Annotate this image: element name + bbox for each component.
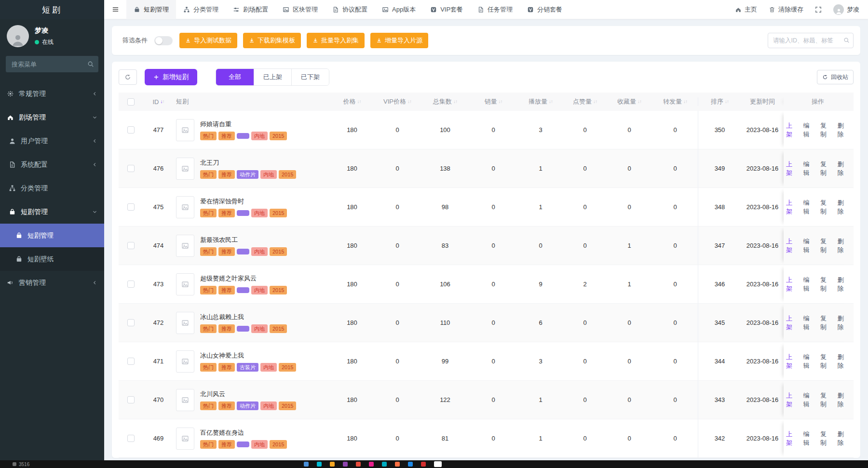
- action-copy[interactable]: 复制: [820, 121, 833, 139]
- sort-icon[interactable]: ↓↑: [683, 99, 687, 104]
- action-delete[interactable]: 删除: [838, 353, 850, 370]
- action-edit[interactable]: 编辑: [803, 199, 816, 216]
- clear-cache-button[interactable]: 清除缓存: [769, 5, 803, 14]
- tab-task-manage[interactable]: 任务管理: [470, 0, 520, 19]
- menu-search-input[interactable]: [6, 56, 98, 72]
- action-publish[interactable]: 上架: [786, 276, 799, 293]
- action-delete[interactable]: 删除: [838, 160, 850, 177]
- row-checkbox[interactable]: [127, 435, 135, 442]
- tab-distribution-package[interactable]: 分销套餐: [520, 0, 570, 19]
- action-publish[interactable]: 上架: [786, 391, 799, 409]
- action-delete[interactable]: 删除: [838, 121, 850, 139]
- taskbar-app-icon[interactable]: [421, 462, 426, 467]
- action-edit[interactable]: 编辑: [803, 276, 816, 293]
- sort-icon[interactable]: ↓↑: [549, 99, 553, 104]
- action-publish[interactable]: 上架: [786, 430, 799, 447]
- sidebar-item-users[interactable]: 用户管理: [0, 129, 104, 153]
- select-all-checkbox[interactable]: [127, 98, 135, 106]
- sidebar-item-drama-manage[interactable]: 短剧管理: [0, 224, 104, 247]
- sort-icon[interactable]: ↓↑: [407, 99, 411, 104]
- action-publish[interactable]: 上架: [786, 353, 799, 370]
- taskbar-app-icon[interactable]: [382, 462, 387, 467]
- sidebar-item-system[interactable]: 系统配置: [0, 153, 104, 176]
- action-copy[interactable]: 复制: [820, 276, 833, 293]
- row-checkbox[interactable]: [127, 203, 135, 211]
- tab-drama-manage[interactable]: 短剧管理: [126, 0, 176, 19]
- sort-icon[interactable]: ↓↑: [357, 99, 361, 104]
- taskbar-app-icon[interactable]: [330, 462, 335, 467]
- sort-icon[interactable]: ↓↑: [499, 99, 502, 104]
- sidebar-item-category[interactable]: 分类管理: [0, 176, 104, 200]
- row-checkbox[interactable]: [127, 165, 135, 172]
- sort-icon[interactable]: ↓↑: [637, 99, 641, 104]
- action-edit[interactable]: 编辑: [803, 391, 816, 409]
- action-publish[interactable]: 上架: [786, 160, 799, 177]
- taskbar-app-icon[interactable]: [356, 462, 361, 467]
- action-copy[interactable]: 复制: [820, 430, 833, 447]
- taskbar-app-icon[interactable]: [395, 462, 400, 467]
- download-episode-template-button[interactable]: 下载剧集模板: [243, 33, 301, 48]
- taskbar-app-icon[interactable]: [304, 462, 309, 467]
- action-delete[interactable]: 删除: [838, 391, 850, 409]
- sidebar-item-drama-wallpaper[interactable]: 短剧壁纸: [0, 247, 104, 271]
- row-checkbox[interactable]: [127, 126, 135, 134]
- refresh-button[interactable]: [119, 69, 137, 85]
- tab-vip-package[interactable]: VIP套餐: [423, 0, 470, 19]
- status-tab-all[interactable]: 全部: [216, 69, 254, 85]
- action-copy[interactable]: 复制: [820, 391, 833, 409]
- import-test-data-button[interactable]: 导入测试数据: [179, 33, 237, 48]
- action-copy[interactable]: 复制: [820, 199, 833, 216]
- action-delete[interactable]: 删除: [838, 237, 850, 254]
- row-checkbox[interactable]: [127, 319, 135, 326]
- action-edit[interactable]: 编辑: [803, 160, 816, 177]
- filter-toggle[interactable]: [154, 36, 173, 45]
- sidebar-item-general[interactable]: 常规管理: [0, 82, 104, 106]
- action-copy[interactable]: 复制: [820, 237, 833, 254]
- user-menu[interactable]: 梦凌: [833, 4, 859, 15]
- table-search-input[interactable]: [768, 33, 854, 48]
- tab-theater-config[interactable]: 剧场配置: [226, 0, 275, 19]
- action-edit[interactable]: 编辑: [803, 430, 816, 447]
- row-checkbox[interactable]: [127, 281, 135, 288]
- action-delete[interactable]: 删除: [838, 276, 850, 293]
- sort-icon[interactable]: ↓↑: [725, 99, 729, 104]
- taskbar-app-icon[interactable]: [434, 461, 442, 467]
- sidebar-item-theater[interactable]: 剧场管理: [0, 106, 104, 129]
- sidebar-item-drama[interactable]: 短剧管理: [0, 200, 104, 224]
- sort-icon[interactable]: ↓↑: [453, 99, 457, 104]
- tab-block-manage[interactable]: 区块管理: [275, 0, 325, 19]
- sort-icon[interactable]: ↓↑: [161, 99, 164, 104]
- status-tab-off[interactable]: 已下架: [291, 69, 329, 85]
- action-delete[interactable]: 删除: [838, 430, 850, 447]
- action-copy[interactable]: 复制: [820, 314, 833, 332]
- action-copy[interactable]: 复制: [820, 353, 833, 370]
- tab-protocol-config[interactable]: 协议配置: [325, 0, 375, 19]
- action-delete[interactable]: 删除: [838, 199, 850, 216]
- tab-app-version[interactable]: App版本: [375, 0, 423, 19]
- incremental-import-source-button[interactable]: 增量导入片源: [370, 33, 428, 48]
- action-copy[interactable]: 复制: [820, 160, 833, 177]
- action-edit[interactable]: 编辑: [803, 314, 816, 332]
- status-tab-on[interactable]: 已上架: [254, 69, 291, 85]
- fullscreen-button[interactable]: [815, 6, 822, 13]
- action-delete[interactable]: 删除: [838, 314, 850, 332]
- action-publish[interactable]: 上架: [786, 314, 799, 332]
- action-publish[interactable]: 上架: [786, 121, 799, 139]
- hamburger-menu-button[interactable]: [104, 0, 126, 19]
- action-publish[interactable]: 上架: [786, 199, 799, 216]
- taskbar-app-icon[interactable]: [369, 462, 374, 467]
- action-edit[interactable]: 编辑: [803, 121, 816, 139]
- row-checkbox[interactable]: [127, 242, 135, 249]
- add-drama-button[interactable]: 新增短剧: [145, 69, 197, 85]
- taskbar-app-icon[interactable]: [343, 462, 348, 467]
- tab-category-manage[interactable]: 分类管理: [176, 0, 226, 19]
- taskbar-app-icon[interactable]: [408, 462, 413, 467]
- sidebar-item-marketing[interactable]: 营销管理: [0, 271, 104, 294]
- home-button[interactable]: 主页: [735, 5, 757, 14]
- taskbar-app-icon[interactable]: [317, 462, 322, 467]
- action-publish[interactable]: 上架: [786, 237, 799, 254]
- action-edit[interactable]: 编辑: [803, 353, 816, 370]
- recycle-bin-button[interactable]: 回收站: [817, 70, 854, 84]
- sort-icon[interactable]: ↓↑: [593, 99, 597, 104]
- action-edit[interactable]: 编辑: [803, 237, 816, 254]
